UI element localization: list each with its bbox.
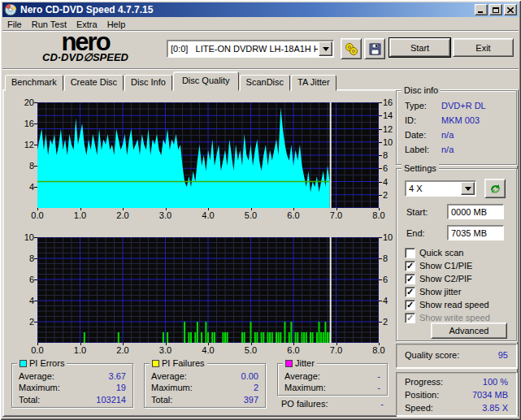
position-value: 7034 MB <box>472 390 508 400</box>
pi-failures-bar <box>327 332 328 343</box>
drive-select-value: [0:0] LITE-ON DVDRW LH-18A1H HL09 <box>167 44 318 54</box>
exit-button[interactable]: Exit <box>453 38 514 57</box>
axis-tick <box>379 279 382 280</box>
x-axis-tick-label: 7.0 <box>328 210 345 220</box>
pi-failures-title: PI Failures <box>162 358 205 368</box>
stat-label: Maximum: <box>284 383 326 392</box>
scan-speed-value: 4 X <box>406 184 460 193</box>
maximize-button[interactable] <box>489 4 502 15</box>
checkbox-show-c1-pie[interactable]: ✓Show C1/PIE <box>405 260 472 271</box>
pi-failures-bar <box>319 322 320 343</box>
app-icon <box>4 3 17 16</box>
axis-tick <box>123 208 124 210</box>
pi-failures-bar <box>84 332 85 343</box>
options-button[interactable] <box>341 38 362 59</box>
pi-failures-bar <box>290 322 292 343</box>
checkbox-show-read-speed[interactable]: ✓Show read speed <box>405 299 489 310</box>
speed-value: 3.85 X <box>482 403 508 413</box>
pi-failures-bar <box>261 332 263 343</box>
start-position-input[interactable]: 0000 MB <box>447 204 504 219</box>
x-axis-tick-label: 5.0 <box>242 345 260 355</box>
stat-value: - <box>377 371 380 381</box>
pi-failures-bar <box>263 332 264 343</box>
axis-tick <box>34 322 37 323</box>
x-axis-tick-label: 3.0 <box>157 210 175 220</box>
tab-create-disc[interactable]: Create Disc <box>64 75 124 91</box>
axis-tick <box>34 301 37 301</box>
tab-benchmark[interactable]: Benchmark <box>5 75 63 91</box>
nero-logo-text: nero <box>13 32 158 52</box>
y-axis-right-tick-label: 16 <box>383 97 397 107</box>
checkbox-label: Quick scan <box>419 248 463 258</box>
axis-tick <box>336 208 337 210</box>
checkbox-show-c2-pif[interactable]: ✓Show C2/PIF <box>405 273 472 284</box>
checkbox-box: ✓ <box>405 313 415 323</box>
checkbox-box[interactable]: ✓ <box>405 287 415 297</box>
pi-failures-bar <box>289 332 290 343</box>
y-axis-left-tick-label: 10 <box>16 232 34 242</box>
disc-info-label: ID: <box>405 115 416 125</box>
axis-tick <box>293 343 294 345</box>
axis-tick <box>34 145 37 145</box>
axis-tick <box>34 279 37 280</box>
axis-tick <box>379 129 382 130</box>
progress-label: Progress: <box>405 377 443 387</box>
start-button[interactable]: Start <box>389 38 450 57</box>
checkbox-box[interactable]: ✓ <box>405 274 415 284</box>
titlebar: Nero CD-DVD Speed 4.7.7.15 <box>2 2 519 17</box>
y-axis-right-tick-label: 8 <box>383 150 397 160</box>
save-button[interactable] <box>364 38 385 59</box>
nero-logo: nero CD·DVD∅SPEED <box>13 32 158 63</box>
tab-scandisc[interactable]: ScanDisc <box>240 75 290 91</box>
disc-info-group: Disc info Type:DVD+R DL ID:MKM 003 Date:… <box>396 90 517 165</box>
checkbox-show-jitter[interactable]: ✓Show jitter <box>405 286 461 297</box>
y-axis-left-tick-label: 6 <box>16 275 34 284</box>
pi-failures-bar <box>163 332 164 343</box>
pi-errors-chart-canvas <box>37 102 379 208</box>
drive-select[interactable]: [0:0] LITE-ON DVDRW LH-18A1H HL09 <box>167 40 334 58</box>
pi-failures-bar <box>271 332 273 343</box>
advanced-button[interactable]: Advanced <box>431 323 507 339</box>
axis-tick <box>166 208 167 210</box>
stat-value: 397 <box>244 395 258 405</box>
pi-failures-bar <box>241 332 243 343</box>
menu-file[interactable]: File <box>2 19 27 30</box>
stat-value: - <box>380 399 384 409</box>
axis-tick <box>80 208 81 210</box>
refresh-button[interactable] <box>484 179 506 198</box>
checkbox-box[interactable]: ✓ <box>405 300 415 310</box>
tab-ta-jitter[interactable]: TA Jitter <box>291 75 336 91</box>
y-axis-right-tick-label: 2 <box>383 317 397 327</box>
pi-errors-chart <box>37 102 379 208</box>
tab-disc-info[interactable]: Disc Info <box>124 75 172 91</box>
progress-value: 100 % <box>483 377 508 387</box>
checkbox-box[interactable]: ✓ <box>405 261 415 271</box>
y-axis-right-tick-label: 10 <box>383 137 397 147</box>
checkbox-quick-scan[interactable]: Quick scan <box>405 247 463 258</box>
checkbox-label: Show C1/PIE <box>419 261 472 271</box>
x-axis-tick-label: 8.0 <box>370 345 388 355</box>
drive-select-arrow[interactable] <box>319 41 332 56</box>
y-axis-left-tick-label: 4 <box>16 296 34 305</box>
scan-speed-arrow[interactable] <box>461 182 475 195</box>
x-axis-tick-label: 1.0 <box>72 345 89 355</box>
quality-score-panel: Quality score:95 <box>396 344 517 368</box>
pi-failures-bar <box>312 332 314 343</box>
minimize-button[interactable] <box>475 4 488 15</box>
axis-tick <box>37 208 38 210</box>
close-button[interactable] <box>504 4 517 15</box>
tab-disc-quality[interactable]: Disc Quality <box>173 71 239 91</box>
axis-tick <box>34 166 37 167</box>
end-position-input[interactable]: 7035 MB <box>447 225 504 240</box>
pi-failures-bar <box>214 332 215 343</box>
axis-tick <box>34 102 37 103</box>
axis-tick <box>379 102 382 103</box>
pi-failures-bar <box>302 332 303 343</box>
axis-tick <box>80 343 81 345</box>
axis-tick <box>379 322 382 323</box>
axis-tick <box>34 187 37 188</box>
x-axis-tick-label: 6.0 <box>284 210 302 220</box>
checkbox-box[interactable] <box>405 248 415 258</box>
scan-speed-select[interactable]: 4 X <box>405 180 476 197</box>
pi-failures-bar <box>297 332 298 343</box>
